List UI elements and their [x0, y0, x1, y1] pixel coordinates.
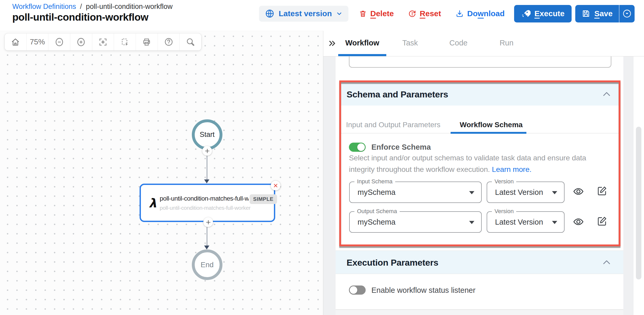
diagram-end-node[interactable]: End	[192, 249, 222, 280]
next-section-peek	[336, 310, 623, 315]
close-icon	[273, 183, 278, 188]
select-caret-icon	[552, 221, 557, 224]
schema-description-line2: integrity throughout the workflow execut…	[349, 165, 532, 174]
view-input-schema-button[interactable]	[572, 185, 584, 197]
fit-view-button[interactable]	[92, 33, 114, 50]
breadcrumb: Workflow Definitions / poll-until-condit…	[12, 3, 172, 11]
panel-scrollbar-thumb[interactable]	[636, 127, 641, 279]
input-schema-select[interactable]: Input Schema mySchema	[349, 182, 482, 203]
output-schema-version-select[interactable]: Version Latest Version	[487, 211, 565, 233]
schema-description-line1: Select input and/or output schemas to va…	[349, 154, 586, 162]
delete-button[interactable]: Delete	[359, 9, 394, 18]
version-selector-label: Latest version	[279, 9, 332, 18]
edge-arrowhead	[204, 246, 209, 249]
workflow-editor-app: Workflow Definitions / poll-until-condit…	[0, 0, 644, 315]
learn-more-link[interactable]: Learn more.	[492, 165, 531, 173]
chevron-up-icon[interactable]	[603, 91, 611, 97]
add-task-after-start-button[interactable]	[202, 146, 212, 156]
panel-tab-bar: Workflow Task Code Run	[323, 31, 644, 56]
add-task-after-task-button[interactable]	[203, 217, 213, 227]
task-node-texts: poll-until-condition-matches-full-worker…	[160, 195, 252, 211]
execution-section-title: Execution Parameters	[347, 258, 438, 268]
input-schema-select-label: Input Schema	[354, 178, 395, 185]
tab-run[interactable]: Run	[499, 39, 513, 47]
tab-input-output-parameters[interactable]: Input and Output Parameters	[346, 121, 440, 129]
eye-icon	[573, 216, 584, 227]
edge-start-to-task	[207, 155, 207, 180]
breadcrumb-current: poll-until-condition-workflow	[86, 3, 173, 11]
status-listener-toggle[interactable]	[349, 285, 366, 295]
save-label: Save	[594, 9, 613, 18]
active-tab-indicator	[338, 54, 386, 56]
tab-workflow[interactable]: Workflow	[345, 39, 379, 47]
help-button[interactable]	[158, 33, 180, 50]
floppy-icon	[582, 9, 590, 18]
version-selector[interactable]: Latest version	[259, 6, 348, 22]
active-inner-tab-indicator	[451, 132, 526, 134]
diagram-start-node[interactable]: Start	[192, 119, 222, 150]
zoom-level-label: 75%	[30, 38, 45, 46]
download-icon	[455, 9, 464, 18]
tab-workflow-schema[interactable]: Workflow Schema	[460, 121, 523, 129]
save-dropdown-button[interactable]	[619, 5, 635, 22]
panel-body: Schema and Parameters Input and Output P…	[323, 56, 644, 315]
execute-label: Execute	[534, 9, 565, 18]
home-button[interactable]	[5, 33, 27, 50]
execute-button[interactable]: Execute	[514, 5, 572, 22]
search-button[interactable]	[180, 33, 201, 50]
edit-icon	[596, 216, 607, 227]
end-node-label: End	[201, 261, 214, 269]
reset-icon	[408, 9, 416, 18]
enforce-schema-toggle[interactable]	[349, 143, 366, 152]
top-header: Workflow Definitions / poll-until-condit…	[0, 0, 644, 31]
properties-panel: Workflow Task Code Run Schema and Parame…	[323, 31, 644, 315]
panel-scrollbar-track[interactable]	[634, 56, 644, 315]
schema-section-title: Schema and Parameters	[347, 89, 448, 100]
input-schema-version-select[interactable]: Version Latest Version	[487, 182, 565, 203]
output-schema-select-value: mySchema	[358, 218, 395, 226]
select-region-button[interactable]	[114, 33, 136, 50]
task-type-badge: SIMPLE	[250, 194, 277, 204]
output-version-select-label: Version	[492, 208, 516, 215]
panel-content-card: Schema and Parameters Input and Output P…	[336, 56, 623, 315]
lambda-icon: λ	[149, 196, 157, 210]
view-output-schema-button[interactable]	[572, 216, 584, 228]
chevron-down-icon	[336, 10, 343, 17]
remove-task-button[interactable]	[271, 181, 280, 190]
collapse-panel-button[interactable]	[327, 39, 338, 48]
delete-label: Delete	[370, 9, 394, 18]
zoom-in-icon	[76, 37, 86, 47]
status-listener-label: Enable workflow status listener	[371, 286, 475, 295]
reset-button[interactable]: Reset	[408, 9, 441, 18]
zoom-in-button[interactable]	[70, 33, 92, 50]
edit-output-schema-button[interactable]	[596, 215, 608, 227]
zoom-out-button[interactable]	[48, 33, 70, 50]
chevron-up-icon[interactable]	[603, 260, 611, 265]
output-version-select-value: Latest Version	[495, 218, 543, 226]
workflow-canvas[interactable]: 75%	[0, 31, 323, 315]
breadcrumb-workflow-definitions-link[interactable]: Workflow Definitions	[12, 3, 76, 11]
description-field-partial[interactable]	[349, 56, 611, 68]
tab-task[interactable]: Task	[402, 39, 418, 47]
breadcrumb-separator: /	[80, 3, 82, 11]
zoom-out-icon	[54, 37, 64, 47]
edge-arrowhead	[204, 179, 209, 183]
input-schema-select-value: mySchema	[358, 188, 395, 197]
download-label: Download	[467, 9, 505, 18]
canvas-toolbar: 75%	[5, 33, 201, 50]
output-schema-select[interactable]: Output Schema mySchema	[349, 211, 482, 233]
input-version-select-value: Latest Version	[495, 188, 543, 197]
search-icon	[186, 37, 195, 47]
save-button[interactable]: Save	[575, 5, 619, 22]
save-button-group: Save	[575, 5, 635, 22]
toggle-knob	[350, 286, 357, 294]
tab-code[interactable]: Code	[449, 39, 467, 47]
download-button[interactable]: Download	[455, 9, 505, 18]
edit-icon	[596, 185, 607, 196]
diagram-task-node[interactable]: λ poll-until-condition-matches-full-work…	[140, 184, 275, 222]
home-icon	[11, 37, 20, 47]
edit-input-schema-button[interactable]	[596, 185, 608, 197]
print-button[interactable]	[136, 33, 158, 50]
zoom-level-button[interactable]: 75%	[27, 33, 49, 50]
select-caret-icon	[469, 221, 474, 224]
